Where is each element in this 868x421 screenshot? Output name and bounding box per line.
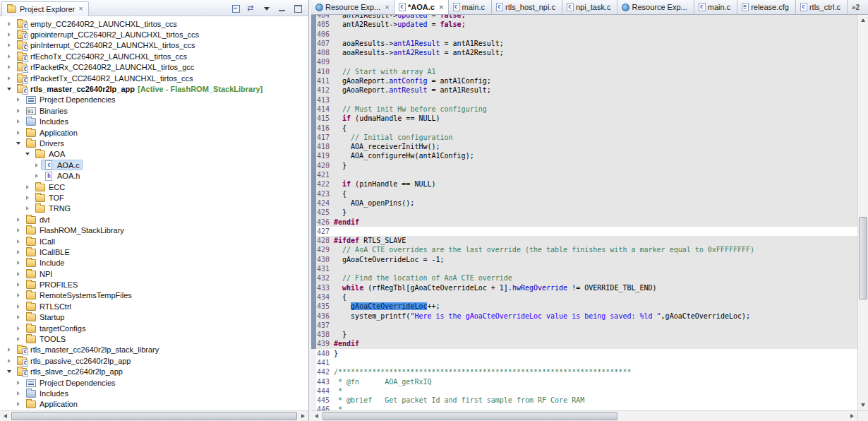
expand-arrow-icon[interactable] <box>4 32 13 37</box>
editor-h-scrollbar[interactable] <box>311 410 857 421</box>
code-line[interactable]: 437 <box>316 321 857 330</box>
tree-item[interactable]: Project Dependencies <box>0 377 308 388</box>
tree-item[interactable]: Include <box>0 258 308 268</box>
code-line[interactable]: 416 { <box>316 124 857 133</box>
code-line[interactable]: 407 aoaResults->antA1Result = antA1Resul… <box>316 39 857 48</box>
tree-item[interactable]: rtls_passive_cc2640r2lp_app <box>0 355 308 366</box>
tree-item[interactable]: Project Dependencies <box>0 95 308 105</box>
tab-overflow-chevron[interactable]: »2 <box>848 0 864 14</box>
tree-item[interactable]: Includes <box>0 117 308 127</box>
explorer-h-scrollbar[interactable] <box>0 410 308 421</box>
expand-arrow-icon[interactable] <box>4 65 13 69</box>
minimize-icon[interactable] <box>277 3 289 13</box>
expand-arrow-icon[interactable] <box>4 348 13 352</box>
tree-item[interactable]: RemoteSystemsTempFiles <box>0 290 308 301</box>
tree-item[interactable]: rfPacketRx_CC2640R2_LAUNCHXL_tirtos_gcc <box>0 62 308 73</box>
close-icon[interactable]: ✕ <box>439 4 444 11</box>
tree-item[interactable]: Application <box>0 399 308 410</box>
tree-item-body[interactable]: ECC <box>32 182 68 192</box>
code-line[interactable]: 420 } <box>316 161 857 170</box>
editor-tab[interactable]: Resource Exp... <box>617 0 694 14</box>
collapse-arrow-icon[interactable] <box>23 153 32 155</box>
tree-item-body[interactable]: TOOLS <box>23 334 68 345</box>
tree-item[interactable]: FlashROM_StackLibrary <box>0 225 308 235</box>
expand-arrow-icon[interactable] <box>4 22 13 26</box>
tree-item-body[interactable]: Binaries <box>23 105 71 116</box>
scrollbar-thumb[interactable] <box>323 412 617 420</box>
expand-arrow-icon[interactable] <box>13 131 23 135</box>
link-with-editor-icon[interactable] <box>246 3 258 13</box>
tree-item-body[interactable]: AOA <box>32 149 68 160</box>
expand-arrow-icon[interactable] <box>13 326 23 331</box>
code-line[interactable]: 424 AOA_openPins(); <box>316 198 857 208</box>
code-line[interactable]: 414 // Must init Hw before configuring <box>316 105 857 114</box>
tree-item-body[interactable]: Includes <box>23 388 71 398</box>
collapse-arrow-icon[interactable] <box>4 88 13 90</box>
tree-item[interactable]: RTLSCtrl <box>0 301 308 312</box>
expand-arrow-icon[interactable] <box>32 163 41 167</box>
tree-item[interactable]: TOF <box>0 192 308 203</box>
code-line[interactable]: 425 } <box>316 208 857 217</box>
tree-item-body[interactable]: FlashROM_StackLibrary <box>23 225 127 236</box>
code-line[interactable]: 413 <box>316 95 857 105</box>
code-line[interactable]: 441 <box>316 358 857 367</box>
tree-item-body[interactable]: Project Dependencies <box>23 377 119 388</box>
tree-item-body[interactable]: ICall <box>23 236 58 247</box>
tree-item[interactable]: NPI <box>0 268 308 279</box>
tree-item-body[interactable]: dvt <box>23 214 53 225</box>
code-line[interactable]: 433 while (rfRegTbl[gAoaCteOverrideLoc +… <box>316 283 857 292</box>
scroll-right-icon[interactable] <box>847 411 857 421</box>
scrollbar-thumb[interactable] <box>859 217 867 300</box>
code-line[interactable]: 443 * @fn AOA_getRxIQ <box>316 377 857 386</box>
tree-item[interactable]: rtls_slave_cc2640r2lp_app <box>0 367 308 377</box>
code-line[interactable]: 432 // Find the location of AoA CTE over… <box>316 273 857 283</box>
scroll-right-icon[interactable] <box>298 411 308 421</box>
tree-item-body[interactable]: TRNG <box>32 203 73 214</box>
expand-arrow-icon[interactable] <box>13 109 23 113</box>
collapse-arrow-icon[interactable] <box>13 142 23 145</box>
tree-item-body[interactable]: targetConfigs <box>23 323 88 333</box>
tree-item-body[interactable]: Includes <box>23 117 71 127</box>
tree-item[interactable]: pinInterrupt_CC2640R2_LAUNCHXL_tirtos_cc… <box>0 40 308 51</box>
tree-item-body[interactable]: NPI <box>23 268 55 279</box>
close-icon[interactable]: ✕ <box>385 4 390 11</box>
expand-arrow-icon[interactable] <box>4 359 13 363</box>
expand-arrow-icon[interactable] <box>13 402 23 406</box>
tree-item-body[interactable]: RTLSCtrl <box>23 301 74 312</box>
editor-v-scrollbar[interactable] <box>857 15 868 410</box>
tree-item[interactable]: Drivers <box>0 138 308 148</box>
close-icon[interactable]: ✕ <box>78 6 83 12</box>
tree-item-body[interactable]: Startup <box>23 312 67 323</box>
tree-item[interactable]: rtls_master_cc2640r2lp_app[Active - Flas… <box>0 83 308 94</box>
expand-arrow-icon[interactable] <box>13 381 23 385</box>
expand-arrow-icon[interactable] <box>13 119 23 124</box>
collapse-arrow-icon[interactable] <box>4 370 13 373</box>
editor-tab[interactable]: rtls_ctrl.c <box>796 0 848 14</box>
scroll-down-icon[interactable] <box>858 400 868 410</box>
code-line[interactable]: 411 gAoaReport.antConfig = antA1Config; <box>316 76 857 85</box>
expand-arrow-icon[interactable] <box>4 54 13 59</box>
code-line[interactable]: 418 AOA_receiverInitHw(); <box>316 142 857 151</box>
code-line[interactable]: 431 <box>316 264 857 273</box>
tree-item-body[interactable]: Project Dependencies <box>23 95 119 105</box>
code-line[interactable]: 442/************************************… <box>316 367 857 376</box>
expand-arrow-icon[interactable] <box>23 196 32 200</box>
expand-arrow-icon[interactable] <box>13 218 23 222</box>
expand-arrow-icon[interactable] <box>13 337 23 341</box>
tree-item[interactable]: Startup <box>0 312 308 323</box>
tree-item[interactable]: dvt <box>0 214 308 225</box>
tree-item[interactable]: rtls_master_cc2640r2lp_stack_library <box>0 345 308 355</box>
code-line[interactable]: 439#endif <box>316 339 857 348</box>
scrollbar-thumb[interactable] <box>11 412 297 420</box>
code-line[interactable]: 428#ifdef RTLS_SLAVE <box>316 236 857 245</box>
tree-item-body[interactable]: rtls_passive_cc2640r2lp_app <box>13 355 133 366</box>
expand-arrow-icon[interactable] <box>13 250 23 254</box>
editor-tab[interactable]: release.cfg <box>737 0 796 14</box>
tree-item[interactable]: Application <box>0 127 308 138</box>
tree-item-body[interactable]: rfEchoTx_CC2640R2_LAUNCHXL_tirtos_ccs <box>13 51 190 61</box>
expand-arrow-icon[interactable] <box>13 304 23 309</box>
code-line[interactable]: 422 if (pinHandle == NULL) <box>316 179 857 189</box>
tree-item[interactable]: TOOLS <box>0 333 308 344</box>
tree-item-body[interactable]: gpiointerrupt_CC2640R2_LAUNCHXL_tirtos_c… <box>13 30 202 40</box>
expand-arrow-icon[interactable] <box>13 97 23 102</box>
